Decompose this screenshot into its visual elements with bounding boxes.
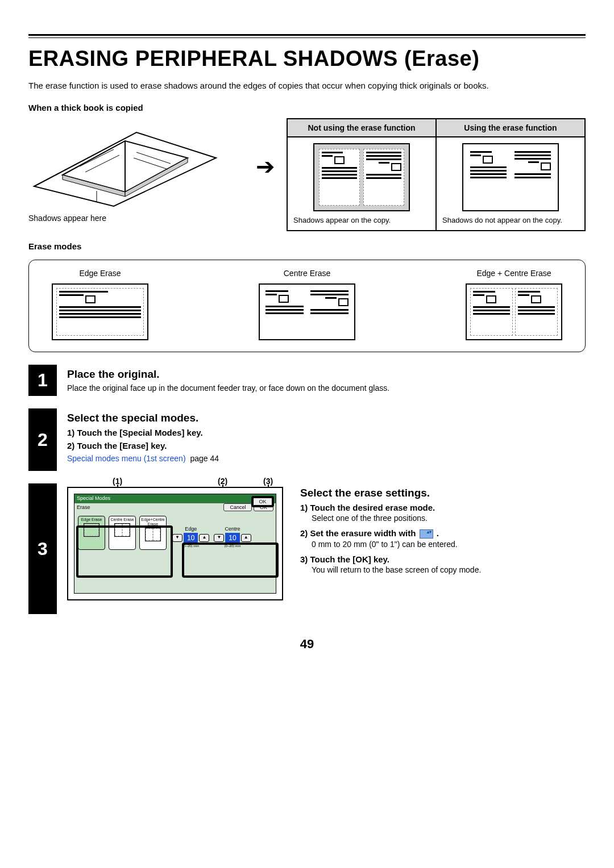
special-modes-link[interactable]: Special modes menu (1st screen) (67, 454, 186, 463)
book-illustration-area: Shadows appear here (28, 118, 244, 223)
ts-titlebar: Special Modes (74, 494, 276, 503)
touchscreen: Special Modes Erase Cancel OK Edge Erase (67, 487, 283, 600)
ts-subtitle: Erase (77, 504, 90, 511)
step-3-sub1: 1) Touch the desired erase mode. (300, 503, 586, 512)
step-3-sub2-a: 2) Set the erasure width with (300, 528, 416, 538)
mode-edge-centre-icon (466, 283, 562, 340)
step-1-number: 1 (28, 365, 57, 396)
ts-edge-measure-label: Edge (185, 526, 197, 532)
compare-cell-left: Shadows appear on the copy. (287, 137, 436, 231)
ts-edge-down-button[interactable]: ▼ (172, 534, 182, 542)
mode-edge-icon (52, 283, 148, 340)
mode-centre-label: Centre Erase (259, 269, 355, 278)
step-3-title: Select the erase settings. (300, 487, 586, 499)
page-title: ERASING PERIPHERAL SHADOWS (Erase) (28, 47, 586, 71)
ts-centre-down-button[interactable]: ▼ (214, 534, 224, 542)
ts-edge-value: 10 (184, 533, 198, 543)
step-2-pageref: page 44 (190, 454, 219, 463)
intro-text: The erase function is used to erase shad… (28, 80, 586, 91)
step-2-sub1: 1) Touch the [Special Modes] key. (67, 428, 586, 437)
ts-ok-highlight-button[interactable]: OK (251, 496, 274, 507)
touchscreen-wrapper: (1) (2) (3) Special Modes Erase Cancel O… (67, 487, 283, 600)
step-2-number: 2 (28, 408, 57, 471)
step-3-number: 3 (28, 483, 57, 614)
step-1-title: Place the original. (67, 368, 586, 381)
compare-header-right: Using the erase function (436, 119, 585, 137)
step-2-title: Select the special modes. (67, 412, 586, 424)
step-2: 2 Select the special modes. 1) Touch the… (28, 408, 586, 471)
step-2-sub2: 2) Touch the [Erase] key. (67, 441, 586, 450)
ts-mode-centre-label: Centre Erase (110, 518, 134, 522)
step-3-sub2-b: . (437, 528, 439, 538)
ts-centre-value: 10 (225, 533, 239, 543)
mode-edge-centre-label: Edge + Centre Erase (466, 269, 562, 278)
compare-caption-left: Shadows appear on the copy. (293, 216, 391, 224)
book-on-glass-icon (28, 118, 222, 209)
ts-centre-up-button[interactable]: ▲ (241, 534, 251, 542)
right-arrow-icon: ➔ (256, 153, 275, 180)
ts-centre-measure-label: Centre (225, 526, 240, 532)
step-3-sub2: 2) Set the erasure width with . (300, 528, 586, 539)
top-rule (28, 34, 586, 38)
mode-centre-icon (259, 283, 355, 340)
erase-modes-heading: Erase modes (28, 241, 586, 251)
comparison-row: Shadows appear here ➔ Not using the eras… (28, 118, 586, 231)
ts-mode-edge-label: Edge Erase (80, 518, 103, 522)
highlight-box-width (182, 542, 279, 578)
copy-without-shadow-icon (462, 143, 559, 211)
copy-with-shadow-icon (313, 143, 410, 211)
arrow-wrap: ➔ (256, 118, 275, 215)
step-1: 1 Place the original. Place the original… (28, 365, 586, 396)
spinner-icon (420, 529, 433, 539)
step-3-sub3: 3) Touch the [OK] key. (300, 554, 586, 564)
ts-cancel-button[interactable]: Cancel (223, 503, 252, 511)
compare-caption-right: Shadows do not appear on the copy. (442, 216, 562, 224)
step-3-desc1: Select one of the three positions. (312, 514, 586, 523)
compare-table: Not using the erase function Using the e… (287, 118, 586, 231)
step-3-desc2: 0 mm to 20 mm (0" to 1") can be entered. (312, 540, 586, 549)
mode-edge-centre: Edge + Centre Erase (466, 269, 562, 340)
compare-header-left: Not using the erase function (287, 119, 436, 137)
highlight-box-modes (76, 525, 173, 578)
step-2-link-row: Special modes menu (1st screen) page 44 (67, 454, 586, 463)
mode-edge-label: Edge Erase (52, 269, 148, 278)
mode-edge: Edge Erase (52, 269, 148, 340)
erase-modes-box: Edge Erase Centre Erase Edge + Centre Er… (28, 260, 586, 352)
ts-edge-up-button[interactable]: ▲ (199, 534, 209, 542)
step-3: 3 (1) (2) (3) Special Modes Erase Cancel (28, 483, 586, 614)
page-number: 49 (28, 637, 586, 652)
book-caption: Shadows appear here (28, 214, 244, 223)
step-3-desc3: You will return to the base screen of co… (312, 565, 586, 574)
step-1-text: Place the original face up in the docume… (67, 383, 586, 393)
mode-centre: Centre Erase (259, 269, 355, 340)
thick-book-heading: When a thick book is copied (28, 103, 586, 112)
compare-cell-right: Shadows do not appear on the copy. (436, 137, 585, 231)
